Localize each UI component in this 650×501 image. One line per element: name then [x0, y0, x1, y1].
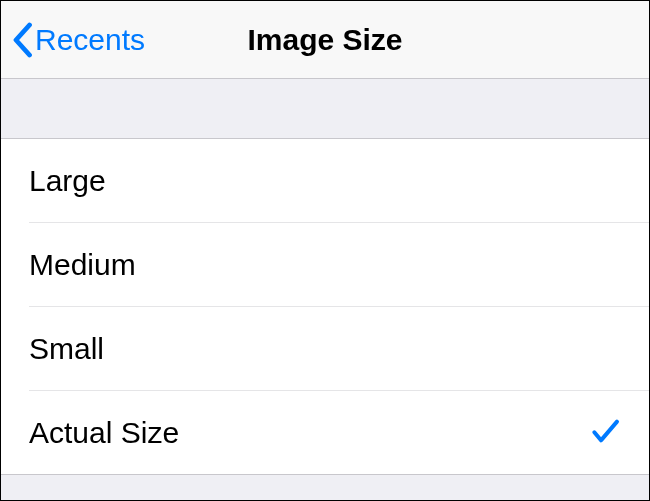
- section-spacer: [1, 79, 649, 139]
- chevron-left-icon: [11, 22, 33, 58]
- option-small[interactable]: Small: [1, 307, 649, 391]
- footer-spacer: [1, 475, 649, 500]
- options-list: Large Medium Small Actual Size: [1, 139, 649, 475]
- back-label: Recents: [35, 23, 145, 57]
- option-label: Small: [29, 332, 104, 366]
- option-label: Actual Size: [29, 416, 179, 450]
- option-medium[interactable]: Medium: [1, 223, 649, 307]
- option-label: Large: [29, 164, 106, 198]
- option-actual-size[interactable]: Actual Size: [1, 391, 649, 475]
- checkmark-icon: [589, 415, 621, 451]
- option-large[interactable]: Large: [1, 139, 649, 223]
- back-button[interactable]: Recents: [11, 22, 145, 58]
- option-label: Medium: [29, 248, 136, 282]
- navbar: Recents Image Size: [1, 1, 649, 79]
- page-title: Image Size: [247, 23, 402, 57]
